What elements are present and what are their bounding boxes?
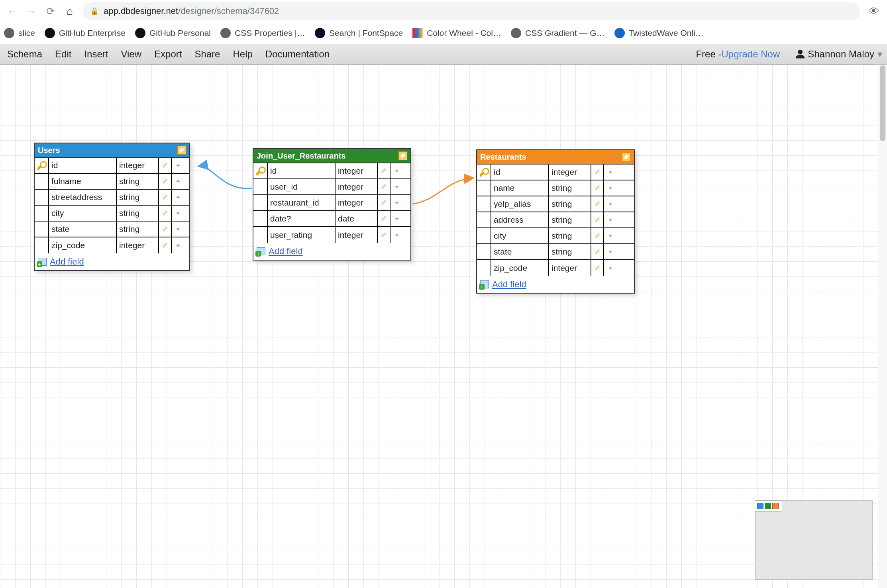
edit-field-button[interactable]	[159, 221, 172, 237]
sort-field-button[interactable]	[172, 174, 184, 189]
edit-field-button[interactable]	[378, 179, 391, 194]
table-header[interactable]: Users	[35, 143, 189, 157]
bookmark-item[interactable]: Color Wheel - Col…	[412, 28, 501, 38]
bookmark-item[interactable]: Search | FontSpace	[315, 28, 403, 38]
menu-insert[interactable]: Insert	[78, 49, 114, 59]
field-row[interactable]: statestring	[35, 221, 189, 237]
upgrade-link[interactable]: Upgrade Now	[721, 49, 780, 60]
field-row[interactable]: zip_codeinteger	[477, 260, 634, 276]
sort-field-button[interactable]	[172, 221, 184, 237]
forward-button[interactable]: →	[26, 5, 37, 18]
bookmark-item[interactable]: TwistedWave Onli…	[614, 28, 704, 38]
edit-field-button[interactable]	[591, 212, 604, 227]
sort-field-button[interactable]	[391, 195, 403, 210]
menu-export[interactable]: Export	[148, 49, 188, 59]
sort-field-button[interactable]	[604, 196, 617, 212]
bookmark-item[interactable]: CSS Properties |…	[220, 28, 305, 38]
edit-field-button[interactable]	[591, 165, 604, 180]
edit-field-button[interactable]	[159, 158, 172, 173]
menu-share[interactable]: Share	[188, 49, 226, 59]
field-row[interactable]: addressstring	[477, 212, 634, 228]
edit-field-button[interactable]	[159, 174, 172, 189]
sort-field-button[interactable]	[604, 244, 617, 259]
bookmark-label: TwistedWave Onli…	[629, 28, 704, 38]
field-row[interactable]: citystring	[477, 228, 634, 244]
bookmark-item[interactable]: slice	[4, 28, 35, 38]
sort-field-button[interactable]	[172, 237, 184, 253]
bookmark-item[interactable]: CSS Gradient — G…	[511, 28, 605, 38]
sort-field-button[interactable]	[172, 158, 184, 173]
home-button[interactable]: ⌂	[64, 5, 76, 18]
sort-field-button[interactable]	[391, 179, 403, 194]
edit-table-icon[interactable]	[177, 146, 186, 155]
menu-view[interactable]: View	[114, 49, 148, 59]
reload-button[interactable]: ⟳	[45, 5, 57, 18]
user-menu[interactable]: Shannon Maloy ▾	[792, 49, 886, 60]
table-join_user_restaurants[interactable]: Join_User_Restaurantsidintegeruser_idint…	[253, 148, 411, 261]
visibility-icon[interactable]: 👁	[867, 5, 881, 18]
add-field-row[interactable]: Add field	[253, 243, 410, 260]
field-row[interactable]: yelp_aliasstring	[477, 196, 634, 212]
vertical-scrollbar[interactable]	[878, 65, 887, 588]
field-row[interactable]: idinteger	[35, 158, 189, 174]
edit-field-button[interactable]	[591, 244, 604, 259]
sort-field-button[interactable]	[604, 260, 617, 276]
field-row[interactable]: statestring	[477, 244, 634, 260]
sort-icon	[175, 178, 181, 185]
edit-field-button[interactable]	[378, 163, 391, 178]
menu-edit[interactable]: Edit	[49, 49, 78, 59]
field-row[interactable]: user_ratinginteger	[253, 227, 410, 243]
edit-field-button[interactable]	[378, 195, 391, 210]
address-bar[interactable]: 🔒 app.dbdesigner.net/designer/schema/347…	[83, 2, 860, 20]
table-header[interactable]: Restaurants	[477, 150, 634, 164]
edit-table-icon[interactable]	[398, 151, 407, 160]
add-field-link[interactable]: Add field	[492, 279, 526, 290]
field-row[interactable]: citystring	[35, 206, 189, 221]
edit-field-button[interactable]	[159, 206, 172, 221]
sort-field-button[interactable]	[391, 227, 403, 243]
table-users[interactable]: Usersidintegerfulnamestringstreetaddress…	[34, 143, 190, 271]
field-row[interactable]: zip_codeinteger	[35, 237, 189, 253]
field-row[interactable]: namestring	[477, 180, 634, 196]
edit-field-button[interactable]	[378, 211, 391, 226]
sort-field-button[interactable]	[391, 211, 403, 226]
edit-field-button[interactable]	[591, 260, 604, 276]
add-field-link[interactable]: Add field	[50, 257, 84, 267]
table-header[interactable]: Join_User_Restaurants	[253, 149, 410, 163]
bookmark-item[interactable]: GitHub Personal	[135, 28, 211, 38]
field-row[interactable]: idinteger	[253, 163, 410, 179]
minimap[interactable]	[755, 500, 873, 580]
schema-canvas[interactable]: Usersidintegerfulnamestringstreetaddress…	[0, 65, 887, 588]
sort-field-button[interactable]	[391, 163, 403, 178]
bookmark-icon	[220, 28, 231, 38]
field-row[interactable]: fulnamestring	[35, 174, 189, 190]
menu-documentation[interactable]: Documentation	[259, 49, 336, 59]
edit-table-icon[interactable]	[622, 153, 631, 161]
edit-field-button[interactable]	[159, 237, 172, 253]
field-row[interactable]: streetaddressstring	[35, 190, 189, 206]
add-field-link[interactable]: Add field	[269, 246, 303, 257]
table-restaurants[interactable]: Restaurantsidintegernamestringyelp_alias…	[476, 149, 635, 294]
sort-field-button[interactable]	[604, 228, 617, 243]
menu-help[interactable]: Help	[226, 49, 259, 59]
field-row[interactable]: restaurant_idinteger	[253, 195, 410, 211]
edit-field-button[interactable]	[591, 228, 604, 243]
edit-field-button[interactable]	[591, 196, 604, 212]
sort-field-button[interactable]	[604, 180, 617, 196]
edit-field-button[interactable]	[378, 227, 391, 243]
menu-schema[interactable]: Schema	[1, 49, 49, 59]
sort-field-button[interactable]	[172, 190, 184, 205]
sort-field-button[interactable]	[604, 212, 617, 227]
sort-field-button[interactable]	[172, 206, 184, 221]
back-button[interactable]: ←	[6, 5, 18, 18]
bookmark-item[interactable]: GitHub Enterprise	[45, 28, 126, 38]
add-field-row[interactable]: Add field	[477, 276, 634, 293]
edit-field-button[interactable]	[159, 190, 172, 205]
field-row[interactable]: date?date	[253, 211, 410, 227]
pencil-icon	[594, 264, 601, 272]
add-field-row[interactable]: Add field	[35, 253, 189, 270]
edit-field-button[interactable]	[591, 180, 604, 196]
sort-field-button[interactable]	[604, 165, 617, 180]
field-row[interactable]: idinteger	[477, 165, 634, 180]
field-row[interactable]: user_idinteger	[253, 179, 410, 195]
